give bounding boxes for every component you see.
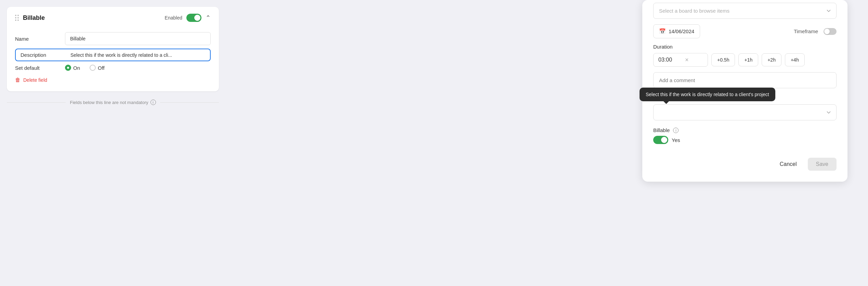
enabled-toggle[interactable] (186, 14, 201, 22)
comment-input[interactable] (653, 72, 837, 88)
save-button[interactable]: Save (808, 158, 837, 171)
enabled-label: Enabled (165, 15, 182, 21)
name-input[interactable] (65, 32, 211, 45)
card-header: Billable Enabled ⌃ (15, 14, 211, 22)
info-icon[interactable]: i (150, 100, 156, 105)
tooltip-box: Select this if the work is directly rela… (640, 88, 775, 101)
board-select[interactable]: Select a board to browse items (653, 3, 837, 19)
duration-input[interactable] (658, 57, 682, 63)
radio-off[interactable]: Off (90, 65, 105, 71)
activity-type-select[interactable] (653, 104, 837, 120)
set-default-label: Set default (15, 65, 60, 71)
radio-off-indicator (90, 65, 96, 71)
description-label: Description (21, 52, 65, 58)
add-one-hour-button[interactable]: +1h (738, 53, 758, 66)
timeframe-toggle[interactable] (824, 28, 837, 35)
description-field-row: Description (15, 49, 211, 61)
date-timeframe-row: 📅 14/06/2024 Timeframe (653, 24, 837, 38)
tooltip-text: Select this if the work is directly rela… (646, 92, 769, 97)
billable-toggle[interactable] (653, 136, 668, 144)
divider-section: Fields below this line are not mandatory… (7, 97, 219, 108)
on-label: On (73, 65, 80, 71)
duration-row: × +0.5h +1h +2h +4h (653, 53, 837, 67)
card-header-left: Billable (15, 14, 45, 22)
divider-label: Fields below this line are not mandatory (70, 100, 148, 105)
off-label: Off (98, 65, 105, 71)
modal-card: Select a board to browse items 📅 14/06/2… (642, 0, 847, 182)
duration-label: Duration (653, 44, 837, 50)
right-panel: Select a board to browse items 📅 14/06/2… (226, 0, 868, 286)
name-field-row: Name (15, 29, 211, 49)
divider-line-right (160, 102, 219, 103)
name-label: Name (15, 36, 60, 42)
collapse-icon[interactable]: ⌃ (206, 14, 211, 22)
description-input[interactable] (70, 52, 205, 58)
billable-row: Billable i (653, 127, 837, 133)
billable-label: Billable (653, 127, 670, 133)
delete-field-button[interactable]: 🗑 Delete field (15, 77, 211, 83)
card-title: Billable (23, 14, 45, 22)
left-panel: Billable Enabled ⌃ Name Description Set … (0, 0, 226, 286)
add-half-hour-button[interactable]: +0.5h (711, 53, 735, 66)
divider-line-left (7, 102, 66, 103)
radio-on-indicator (65, 65, 71, 71)
clear-duration-icon[interactable]: × (685, 57, 689, 63)
timeframe-label: Timeframe (794, 28, 818, 34)
modal-top: Select a board to browse items (653, 0, 837, 24)
divider-text: Fields below this line are not mandatory… (70, 100, 156, 105)
duration-input-wrap: × (653, 53, 708, 67)
cancel-button[interactable]: Cancel (773, 158, 804, 171)
radio-on[interactable]: On (65, 65, 80, 71)
delete-label: Delete field (23, 77, 47, 83)
yes-label: Yes (672, 137, 680, 143)
date-button[interactable]: 📅 14/06/2024 (653, 24, 700, 38)
billable-field-card: Billable Enabled ⌃ Name Description Set … (7, 7, 219, 91)
activity-type-wrap: Select this if the work is directly rela… (653, 103, 837, 122)
billable-toggle-row: Yes (653, 136, 837, 144)
drag-handle-icon[interactable] (15, 15, 19, 21)
modal-footer: Cancel Save (653, 152, 837, 171)
add-two-hour-button[interactable]: +2h (762, 53, 781, 66)
trash-icon: 🗑 (15, 77, 21, 83)
set-default-row: Set default On Off (15, 61, 211, 74)
billable-info-icon[interactable]: i (673, 128, 679, 133)
card-header-right: Enabled ⌃ (165, 14, 211, 22)
date-value: 14/06/2024 (669, 28, 694, 34)
add-four-hour-button[interactable]: +4h (785, 53, 805, 66)
calendar-icon: 📅 (659, 28, 666, 35)
